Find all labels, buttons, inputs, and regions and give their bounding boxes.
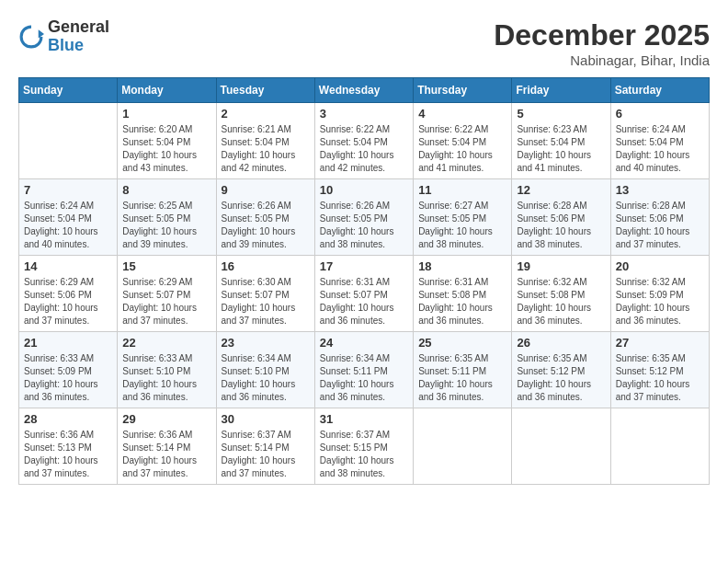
day-number: 5 [517, 107, 605, 121]
day-number: 14 [24, 259, 112, 273]
day-number: 3 [320, 107, 408, 121]
day-number: 1 [122, 107, 210, 121]
day-info: Sunrise: 6:32 AMSunset: 5:09 PMDaylight:… [616, 276, 704, 327]
day-number: 30 [222, 412, 310, 426]
day-info: Sunrise: 6:35 AMSunset: 5:11 PMDaylight:… [418, 352, 506, 404]
weekday-header-tuesday: Tuesday [216, 78, 314, 103]
calendar-week-row: 1Sunrise: 6:20 AMSunset: 5:04 PMDaylight… [19, 103, 710, 179]
day-number: 18 [418, 259, 506, 273]
day-info: Sunrise: 6:25 AMSunset: 5:05 PMDaylight:… [122, 200, 210, 251]
day-number: 16 [222, 259, 310, 273]
calendar-cell: 23Sunrise: 6:34 AMSunset: 5:10 PMDayligh… [216, 332, 314, 408]
calendar-table: SundayMondayTuesdayWednesdayThursdayFrid… [18, 77, 710, 485]
calendar-cell: 30Sunrise: 6:37 AMSunset: 5:14 PMDayligh… [216, 408, 314, 485]
calendar-week-row: 7Sunrise: 6:24 AMSunset: 5:04 PMDaylight… [19, 179, 710, 256]
day-number: 21 [24, 336, 112, 350]
title-block: December 2025 Nabinagar, Bihar, India [494, 18, 710, 68]
day-info: Sunrise: 6:33 AMSunset: 5:09 PMDaylight:… [24, 352, 112, 404]
logo-text: General Blue [48, 18, 109, 55]
day-info: Sunrise: 6:31 AMSunset: 5:07 PMDaylight:… [320, 276, 408, 327]
logo-icon [18, 24, 44, 50]
calendar-cell: 11Sunrise: 6:27 AMSunset: 5:05 PMDayligh… [414, 179, 512, 256]
calendar-cell [512, 408, 610, 485]
calendar-week-row: 14Sunrise: 6:29 AMSunset: 5:06 PMDayligh… [19, 256, 710, 332]
calendar-week-row: 21Sunrise: 6:33 AMSunset: 5:09 PMDayligh… [19, 332, 710, 408]
month-year-title: December 2025 [494, 18, 710, 52]
logo-general: General [48, 17, 109, 36]
day-info: Sunrise: 6:26 AMSunset: 5:05 PMDaylight:… [320, 200, 408, 251]
location-subtitle: Nabinagar, Bihar, India [494, 52, 710, 68]
day-number: 24 [320, 336, 408, 350]
day-number: 13 [616, 183, 704, 197]
day-info: Sunrise: 6:31 AMSunset: 5:08 PMDaylight:… [418, 276, 506, 327]
weekday-header-row: SundayMondayTuesdayWednesdayThursdayFrid… [19, 78, 710, 103]
calendar-cell: 12Sunrise: 6:28 AMSunset: 5:06 PMDayligh… [512, 179, 610, 256]
weekday-header-friday: Friday [512, 78, 610, 103]
weekday-header-thursday: Thursday [414, 78, 512, 103]
day-number: 2 [222, 107, 310, 121]
day-info: Sunrise: 6:29 AMSunset: 5:06 PMDaylight:… [24, 276, 112, 327]
day-info: Sunrise: 6:32 AMSunset: 5:08 PMDaylight:… [517, 276, 605, 327]
calendar-cell: 17Sunrise: 6:31 AMSunset: 5:07 PMDayligh… [314, 256, 413, 332]
day-number: 31 [320, 412, 408, 426]
calendar-cell: 4Sunrise: 6:22 AMSunset: 5:04 PMDaylight… [414, 103, 512, 179]
day-number: 26 [517, 336, 605, 350]
day-info: Sunrise: 6:21 AMSunset: 5:04 PMDaylight:… [222, 123, 310, 175]
calendar-cell: 20Sunrise: 6:32 AMSunset: 5:09 PMDayligh… [610, 256, 709, 332]
day-info: Sunrise: 6:29 AMSunset: 5:07 PMDaylight:… [122, 276, 210, 327]
day-info: Sunrise: 6:23 AMSunset: 5:04 PMDaylight:… [517, 123, 605, 175]
calendar-cell: 6Sunrise: 6:24 AMSunset: 5:04 PMDaylight… [610, 103, 709, 179]
calendar-cell: 18Sunrise: 6:31 AMSunset: 5:08 PMDayligh… [414, 256, 512, 332]
day-number: 28 [24, 412, 112, 426]
weekday-header-sunday: Sunday [19, 78, 118, 103]
day-number: 11 [418, 183, 506, 197]
calendar-cell: 5Sunrise: 6:23 AMSunset: 5:04 PMDaylight… [512, 103, 610, 179]
calendar-cell: 24Sunrise: 6:34 AMSunset: 5:11 PMDayligh… [314, 332, 413, 408]
logo-blue: Blue [48, 36, 84, 54]
day-number: 27 [616, 336, 704, 350]
day-number: 9 [222, 183, 310, 197]
calendar-cell [19, 103, 118, 179]
day-number: 6 [616, 107, 704, 121]
day-info: Sunrise: 6:36 AMSunset: 5:13 PMDaylight:… [24, 429, 112, 480]
day-info: Sunrise: 6:24 AMSunset: 5:04 PMDaylight:… [24, 200, 112, 251]
calendar-cell: 2Sunrise: 6:21 AMSunset: 5:04 PMDaylight… [216, 103, 314, 179]
day-number: 12 [517, 183, 605, 197]
weekday-header-saturday: Saturday [610, 78, 709, 103]
calendar-cell: 31Sunrise: 6:37 AMSunset: 5:15 PMDayligh… [314, 408, 413, 485]
day-info: Sunrise: 6:33 AMSunset: 5:10 PMDaylight:… [122, 352, 210, 404]
calendar-cell [414, 408, 512, 485]
day-info: Sunrise: 6:28 AMSunset: 5:06 PMDaylight:… [616, 200, 704, 251]
calendar-cell: 7Sunrise: 6:24 AMSunset: 5:04 PMDaylight… [19, 179, 118, 256]
calendar-cell: 13Sunrise: 6:28 AMSunset: 5:06 PMDayligh… [610, 179, 709, 256]
day-number: 4 [418, 107, 506, 121]
day-info: Sunrise: 6:27 AMSunset: 5:05 PMDaylight:… [418, 200, 506, 251]
calendar-cell: 28Sunrise: 6:36 AMSunset: 5:13 PMDayligh… [19, 408, 118, 485]
calendar-cell: 15Sunrise: 6:29 AMSunset: 5:07 PMDayligh… [118, 256, 216, 332]
day-info: Sunrise: 6:22 AMSunset: 5:04 PMDaylight:… [418, 123, 506, 175]
day-info: Sunrise: 6:22 AMSunset: 5:04 PMDaylight:… [320, 123, 408, 175]
calendar-cell [610, 408, 709, 485]
day-info: Sunrise: 6:26 AMSunset: 5:05 PMDaylight:… [222, 200, 310, 251]
calendar-cell: 25Sunrise: 6:35 AMSunset: 5:11 PMDayligh… [414, 332, 512, 408]
day-number: 22 [122, 336, 210, 350]
day-number: 19 [517, 259, 605, 273]
day-number: 7 [24, 183, 112, 197]
calendar-cell: 21Sunrise: 6:33 AMSunset: 5:09 PMDayligh… [19, 332, 118, 408]
calendar-cell: 26Sunrise: 6:35 AMSunset: 5:12 PMDayligh… [512, 332, 610, 408]
day-number: 15 [122, 259, 210, 273]
day-info: Sunrise: 6:35 AMSunset: 5:12 PMDaylight:… [616, 352, 704, 404]
calendar-cell: 1Sunrise: 6:20 AMSunset: 5:04 PMDaylight… [118, 103, 216, 179]
calendar-cell: 22Sunrise: 6:33 AMSunset: 5:10 PMDayligh… [118, 332, 216, 408]
day-info: Sunrise: 6:35 AMSunset: 5:12 PMDaylight:… [517, 352, 605, 404]
day-info: Sunrise: 6:28 AMSunset: 5:06 PMDaylight:… [517, 200, 605, 251]
calendar-week-row: 28Sunrise: 6:36 AMSunset: 5:13 PMDayligh… [19, 408, 710, 485]
day-number: 8 [122, 183, 210, 197]
day-number: 29 [122, 412, 210, 426]
calendar-cell: 19Sunrise: 6:32 AMSunset: 5:08 PMDayligh… [512, 256, 610, 332]
day-info: Sunrise: 6:30 AMSunset: 5:07 PMDaylight:… [222, 276, 310, 327]
calendar-cell: 27Sunrise: 6:35 AMSunset: 5:12 PMDayligh… [610, 332, 709, 408]
day-number: 10 [320, 183, 408, 197]
calendar-cell: 3Sunrise: 6:22 AMSunset: 5:04 PMDaylight… [314, 103, 413, 179]
day-info: Sunrise: 6:36 AMSunset: 5:14 PMDaylight:… [122, 429, 210, 480]
